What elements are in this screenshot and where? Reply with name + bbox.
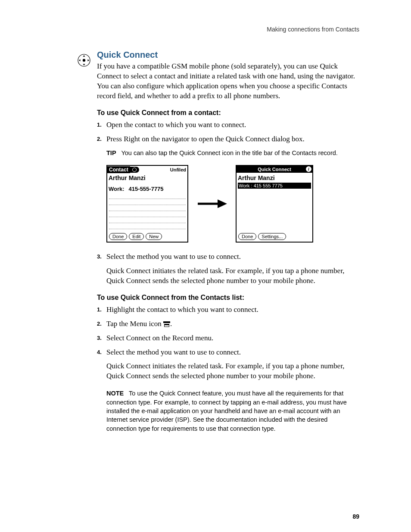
procedure-heading: To use Quick Connect from a contact: xyxy=(97,109,359,117)
svg-point-1 xyxy=(83,59,85,62)
tip-text: You can also tap the Quick Connect icon … xyxy=(121,149,337,156)
field-label: Work: xyxy=(109,186,125,192)
dialog-title: Quick Connect xyxy=(258,167,291,172)
quick-connect-icon xyxy=(130,167,139,173)
svg-marker-4 xyxy=(79,59,81,62)
running-header: Making connections from Contacts xyxy=(75,26,359,33)
done-button[interactable]: Done xyxy=(109,233,127,240)
navigator-icon xyxy=(77,53,91,67)
step-body: Quick Connect initiates the related task… xyxy=(106,266,359,286)
step-item: 3.Select Connect on the Record menu. xyxy=(97,333,359,343)
page-number: 89 xyxy=(352,513,359,520)
intro-paragraph: If you have a compatible GSM mobile phon… xyxy=(97,62,359,101)
note-callout: NOTE To use the Quick Connect feature, y… xyxy=(106,389,359,432)
section-heading: Quick Connect xyxy=(97,50,359,60)
note-label: NOTE xyxy=(106,390,124,397)
step-text: Tap the Menu icon xyxy=(106,320,163,328)
step-body: Quick Connect initiates the related task… xyxy=(106,361,359,381)
step-text: Select the method you want to use to con… xyxy=(106,348,241,356)
procedure-heading: To use Quick Connect from the Contacts l… xyxy=(97,294,359,302)
app-title: Contact xyxy=(107,166,130,173)
step-item: 2.Press Right on the navigator to open t… xyxy=(97,134,359,144)
step-item: 4.Select the method you want to use to c… xyxy=(97,348,359,382)
new-button[interactable]: New xyxy=(146,233,162,240)
svg-marker-3 xyxy=(83,64,85,66)
done-button[interactable]: Done xyxy=(238,233,256,240)
step-text: Select the method you want to use to con… xyxy=(106,252,241,261)
tip-label: TIP xyxy=(106,149,116,156)
info-icon[interactable]: i xyxy=(306,166,311,172)
svg-marker-2 xyxy=(83,55,85,57)
edit-button[interactable]: Edit xyxy=(129,233,144,240)
contact-name: Arthur Manzi xyxy=(237,173,312,181)
selected-method[interactable]: Work : 415 555 7775 xyxy=(238,183,311,189)
step-item: 1.Open the contact to which you want to … xyxy=(97,120,359,130)
contact-screen: Contact Unfiled Arthur Manzi Work: 415-5… xyxy=(106,165,188,243)
step-item: 2.Tap the Menu icon . xyxy=(97,319,359,329)
menu-icon xyxy=(163,321,170,327)
category-label: Unfiled xyxy=(170,167,187,172)
tip-callout: TIP You can also tap the Quick Connect i… xyxy=(106,149,359,157)
step-text: Open the contact to which you want to co… xyxy=(106,121,246,129)
arrow-right-icon xyxy=(197,199,227,209)
note-text: To use the Quick Connect feature, you mu… xyxy=(106,390,347,432)
step-text: Highlight the contact to which you want … xyxy=(106,305,258,314)
contact-name: Arthur Manzi xyxy=(107,174,187,181)
field-value: 415-555-7775 xyxy=(129,186,164,192)
step-text: . xyxy=(170,320,172,328)
step-text: Select Connect on the Record menu. xyxy=(106,334,213,342)
empty-lines xyxy=(107,193,187,229)
settings-button[interactable]: Settings... xyxy=(258,233,286,240)
svg-marker-7 xyxy=(218,199,227,208)
step-item: 1.Highlight the contact to which you wan… xyxy=(97,305,359,315)
quick-connect-screen: Quick Connect i Arthur Manzi Work : 415 … xyxy=(236,165,313,243)
step-item: 3.Select the method you want to use to c… xyxy=(97,252,359,286)
step-text: Press Right on the navigator to open the… xyxy=(106,135,305,143)
svg-marker-5 xyxy=(88,59,90,62)
